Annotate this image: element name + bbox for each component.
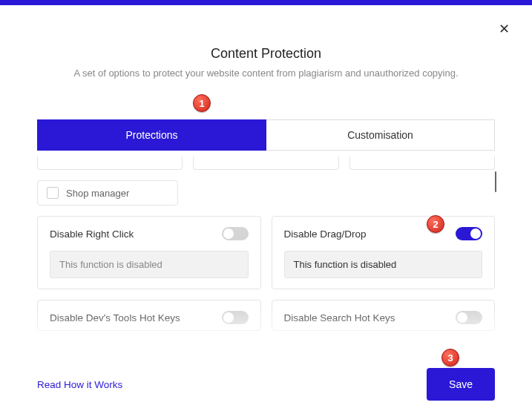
top-accent-bar	[0, 0, 532, 5]
annotation-badge-3: 3	[441, 349, 459, 366]
toggle-right-click[interactable]	[222, 227, 249, 240]
card-title: Disable Dev's Tools Hot Keys	[50, 312, 180, 323]
close-button[interactable]: ✕	[499, 21, 510, 37]
tab-bar: Protections Customisation	[37, 119, 495, 151]
toggle-dev-tools[interactable]	[222, 311, 249, 324]
card-disable-dev-tools: Disable Dev's Tools Hot Keys	[37, 300, 261, 331]
card-disable-right-click: Disable Right Click This function is dis…	[37, 216, 261, 289]
close-icon: ✕	[499, 22, 510, 36]
card-stub	[349, 157, 495, 170]
disabled-note: This function is disabled	[284, 251, 483, 278]
scrollbar-handle[interactable]	[495, 171, 496, 192]
cards-peek-row	[37, 157, 495, 170]
toggle-search-hotkeys[interactable]	[456, 311, 482, 324]
tab-customisation[interactable]: Customisation	[266, 119, 495, 151]
save-button[interactable]: Save	[427, 368, 495, 401]
tab-label: Customisation	[347, 129, 413, 141]
card-title: Disable Drag/Drop	[284, 228, 367, 240]
card-disable-drag-drop: Disable Drag/Drop This function is disab…	[272, 216, 496, 289]
role-label: Shop manager	[66, 188, 129, 199]
card-title: Disable Right Click	[50, 228, 134, 240]
modal-header: Content Protection A set of options to p…	[0, 5, 532, 79]
role-shop-manager[interactable]: Shop manager	[37, 180, 178, 206]
card-stub	[193, 157, 338, 170]
annotation-badge-2: 2	[427, 215, 444, 233]
modal-subtitle: A set of options to protect your website…	[0, 68, 532, 79]
toggle-drag-drop[interactable]	[456, 227, 482, 240]
disabled-note: This function is disabled	[50, 251, 249, 278]
role-row: Shop manager	[37, 180, 495, 206]
card-stub	[37, 157, 183, 170]
checkbox[interactable]	[47, 187, 59, 199]
annotation-badge-1: 1	[193, 94, 211, 112]
card-title: Disable Search Hot Keys	[284, 312, 395, 323]
cards-row-1: Disable Right Click This function is dis…	[37, 216, 495, 289]
modal-title: Content Protection	[0, 46, 532, 62]
footer: Read How it Works Save	[37, 368, 495, 401]
cards-row-2: Disable Dev's Tools Hot Keys Disable Sea…	[37, 300, 495, 331]
card-disable-search-hotkeys: Disable Search Hot Keys	[272, 300, 496, 331]
read-how-it-works-link[interactable]: Read How it Works	[37, 379, 122, 390]
tab-protections[interactable]: Protections	[37, 119, 266, 151]
tab-label: Protections	[125, 129, 177, 141]
